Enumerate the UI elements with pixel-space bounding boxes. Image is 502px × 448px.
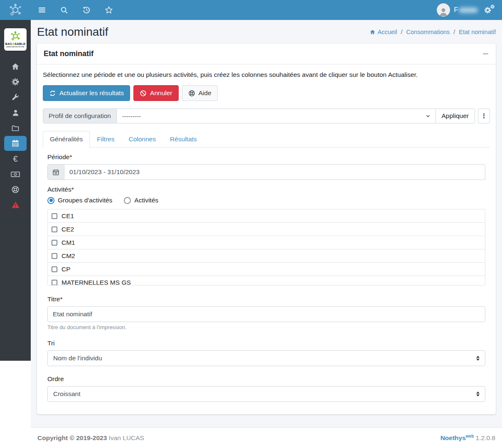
calendar-icon: [52, 169, 59, 176]
ban-icon: [140, 90, 147, 97]
list-item[interactable]: CE2: [48, 223, 485, 236]
main-footer: Copyright © 2019-2023 Ivan LUCAS Noethys…: [31, 427, 502, 448]
configuration-profile-group: Profil de configuration --------- Appliq…: [43, 108, 490, 123]
sidebar-item-help[interactable]: [4, 182, 27, 197]
chevron-down-icon: [425, 113, 431, 119]
folder-icon: [11, 124, 20, 132]
wrench-icon: [12, 94, 20, 101]
instructions-text: Sélectionnez une période et une ou plusi…: [43, 71, 490, 79]
checkbox-icon[interactable]: [52, 226, 57, 232]
card-title: Etat nominatif: [44, 49, 94, 58]
logo-text: BACASABLE: [5, 42, 26, 46]
sidebar: BACASABLE ASSOCIATION FICTIVE: [0, 20, 31, 361]
sidebar-item-alerts[interactable]: [4, 197, 27, 212]
titre-input[interactable]: [47, 306, 485, 322]
molecule-logo-icon: [0, 3, 31, 17]
tab-generalites[interactable]: Généralités: [43, 131, 90, 148]
sidebar-item-files[interactable]: [4, 121, 27, 135]
titre-label: Titre*: [47, 295, 485, 303]
tab-generalites-pane: Période* Activités*: [43, 153, 490, 402]
tab-filtres[interactable]: Filtres: [90, 131, 121, 148]
list-item[interactable]: MATERNELLES MS GS: [48, 276, 485, 286]
tri-select[interactable]: Nom de l'individu: [47, 350, 485, 366]
tab-bar: Généralités Filtres Colonnes Résultats: [43, 131, 490, 148]
person-icon: [438, 7, 448, 17]
activites-label: Activités*: [47, 186, 485, 193]
periode-input[interactable]: [64, 164, 485, 180]
checkbox-icon[interactable]: [52, 280, 57, 286]
user-name: F: [454, 6, 478, 14]
sidebar-item-home[interactable]: [4, 59, 27, 74]
logo-subtext: ASSOCIATION FICTIVE: [6, 46, 24, 48]
favorites-button[interactable]: [98, 0, 120, 20]
warning-icon: [11, 201, 20, 209]
breadcrumb-section-link[interactable]: Consommations: [406, 29, 450, 35]
periode-label: Période*: [47, 153, 485, 161]
breadcrumb: Accueil / Consommations / Etat nominatif: [369, 29, 496, 35]
apply-profile-button[interactable]: Appliquer: [436, 108, 475, 123]
list-item[interactable]: CP: [48, 263, 485, 276]
radio-unchecked-icon: [124, 197, 131, 204]
profile-label: Profil de configuration: [43, 108, 117, 123]
sidebar-item-facturation[interactable]: €: [4, 151, 27, 166]
profile-select[interactable]: ---------: [117, 108, 436, 123]
help-button[interactable]: Aide: [182, 85, 218, 101]
etat-nominatif-card: Etat nominatif Sélectionnez une période …: [37, 44, 496, 414]
sidebar-toggle-button[interactable]: [31, 0, 53, 20]
sidebar-item-settings[interactable]: [4, 74, 27, 89]
page-title: Etat nominatif: [37, 25, 108, 39]
money-bill-icon: [11, 171, 20, 178]
refresh-results-button[interactable]: Actualiser les résultats: [43, 85, 130, 101]
euro-icon: €: [13, 155, 17, 163]
radio-groupes-activites[interactable]: Groupes d'activités: [47, 197, 112, 204]
list-item[interactable]: CE1: [48, 209, 485, 223]
noethys-link[interactable]: Noethysweb: [440, 434, 474, 441]
calendar-icon: [11, 139, 20, 148]
content-wrapper: Etat nominatif Accueil / Consommations /…: [31, 20, 502, 427]
star-icon: [105, 6, 113, 14]
user-menu[interactable]: F: [437, 3, 478, 17]
home-icon: [11, 62, 20, 71]
activity-groups-list[interactable]: CE1 CE2 CM1 CM2 CP MATERNELLES MS GS: [47, 209, 485, 286]
sidebar-item-individuals[interactable]: [4, 105, 27, 120]
updown-arrows-icon: [476, 356, 480, 361]
settings-button[interactable]: [484, 5, 495, 15]
checkbox-icon[interactable]: [52, 253, 57, 259]
molecule-logo-icon: [10, 31, 21, 42]
version-text: Noethysweb 1.2.0.8: [440, 434, 495, 442]
breadcrumb-home-link[interactable]: Accueil: [369, 29, 397, 35]
life-ring-icon: [188, 90, 195, 97]
cancel-button[interactable]: Annuler: [133, 85, 178, 101]
checkbox-icon[interactable]: [52, 266, 57, 272]
collapse-card-button[interactable]: [482, 50, 489, 58]
updown-arrows-icon: [476, 391, 480, 396]
breadcrumb-current: Etat nominatif: [459, 29, 496, 35]
sidebar-item-tools[interactable]: [4, 90, 27, 105]
checkbox-icon[interactable]: [52, 213, 57, 219]
radio-activites[interactable]: Activités: [124, 197, 158, 204]
ordre-select[interactable]: Croissant: [47, 386, 485, 402]
calendar-picker-button[interactable]: [47, 164, 64, 180]
list-item[interactable]: CM2: [48, 249, 485, 263]
history-button[interactable]: [75, 0, 98, 20]
life-ring-icon: [11, 185, 20, 194]
tab-colonnes[interactable]: Colonnes: [121, 131, 163, 148]
avatar: [437, 3, 450, 17]
user-name-blurred: [459, 7, 478, 13]
ordre-label: Ordre: [47, 375, 485, 383]
list-item[interactable]: CM1: [48, 236, 485, 249]
hamburger-icon: [38, 6, 46, 14]
copyright-text: Copyright © 2019-2023 Ivan LUCAS: [37, 434, 144, 442]
search-button[interactable]: [53, 0, 75, 20]
tab-resultats[interactable]: Résultats: [163, 131, 204, 148]
profile-more-button[interactable]: ⋮: [478, 108, 490, 123]
organization-logo[interactable]: BACASABLE ASSOCIATION FICTIVE: [4, 28, 27, 51]
sidebar-item-consommations[interactable]: [4, 136, 27, 151]
checkbox-icon[interactable]: [52, 240, 57, 246]
radio-checked-icon: [47, 197, 54, 204]
kebab-icon: ⋮: [481, 112, 487, 120]
search-icon: [60, 6, 68, 14]
person-icon: [12, 109, 20, 117]
gear-small-icon: [490, 4, 495, 9]
sidebar-item-reglements[interactable]: [4, 167, 27, 182]
